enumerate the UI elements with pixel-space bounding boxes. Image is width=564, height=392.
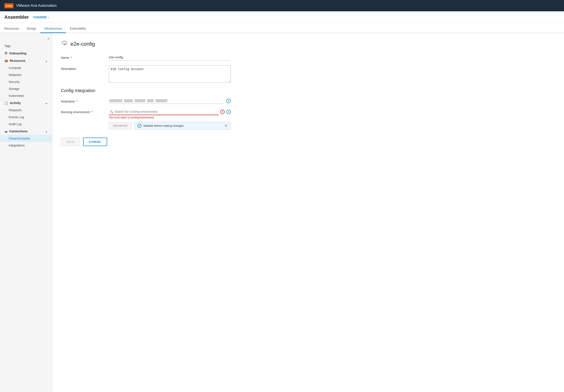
running-env-search-wrap: 🔍 [109, 109, 219, 115]
validate-notice-close-button[interactable]: ✕ [225, 124, 227, 128]
name-required-marker: * [70, 56, 72, 59]
name-input[interactable] [109, 54, 231, 60]
tab-navigation: Resources Design Infrastructure Extensib… [0, 23, 564, 33]
hostname-wrap: i [109, 98, 231, 104]
resources-chevron-icon: ⌄ [45, 59, 48, 62]
page-title: e2e-config [70, 41, 95, 47]
collapse-icon[interactable]: « [47, 37, 49, 41]
section-title: Config Integration [61, 88, 231, 93]
connections-label: Connections [9, 129, 28, 133]
onboarding-label: Onboarding [9, 52, 26, 55]
running-env-control: 🔍 ! i You must select a running environm… [109, 109, 231, 130]
form-section: Name * Description E2E Config Account Co… [61, 54, 231, 146]
sidebar-item-activity[interactable]: 📋 Activity ⌄ [0, 99, 52, 107]
vmw-logo: vmw [4, 3, 14, 8]
validate-button[interactable]: VALIDATE [109, 122, 132, 129]
hostname-required-marker: * [76, 100, 77, 103]
activity-chevron-icon: ⌄ [45, 101, 48, 105]
running-env-info-icon[interactable]: i [226, 110, 231, 114]
sidebar: « Tags ⏱ Onboarding 📦 Resources ⌄ Comput… [0, 33, 52, 392]
hostname-blur-1 [109, 99, 122, 102]
description-label: Description [61, 65, 109, 70]
sidebar-item-audit-log[interactable]: Audit Log [0, 121, 52, 127]
running-env-row: Running environment * 🔍 ! i You must sel… [61, 109, 231, 130]
running-env-error-msg: You must select a running environment. [109, 116, 231, 119]
chevron-down-icon: ⌄ [47, 16, 49, 19]
tags-label: Tags [4, 44, 11, 48]
validate-notice: i Validate before making changes. ✕ [134, 122, 231, 130]
content-area: e2e-config Name * Description E2E Conf [52, 33, 564, 392]
sidebar-collapse-btn[interactable]: « [0, 35, 52, 42]
onboarding-icon: ⏱ [4, 52, 7, 55]
top-bar: vmw VMware Aria Automation [0, 0, 564, 11]
sidebar-item-compute[interactable]: Compute [0, 64, 52, 71]
search-icon: 🔍 [110, 110, 113, 114]
sidebar-item-events-log[interactable]: Events Log [0, 114, 52, 121]
running-env-error-icon: ! [220, 110, 225, 114]
hostname-label: Hostname * [61, 98, 109, 103]
sidebar-item-storage[interactable]: Storage [0, 85, 52, 92]
validate-notice-text: Validate before making changes. [143, 124, 184, 127]
sidebar-item-security[interactable]: Security [0, 78, 52, 85]
description-row: Description E2E Config Account [61, 65, 231, 83]
sidebar-item-cloud-accounts[interactable]: Cloud Accounts [0, 135, 52, 142]
sidebar-item-integrations[interactable]: Integrations [0, 142, 52, 149]
running-env-search-input[interactable] [109, 109, 219, 115]
hostname-blur-4 [147, 99, 154, 102]
resources-label: Resources [10, 59, 26, 62]
validate-notice-info-icon: i [138, 124, 141, 128]
tab-extensibility[interactable]: Extensibility [66, 25, 90, 33]
tab-design[interactable]: Design [23, 25, 40, 33]
running-env-label: Running environment * [61, 109, 109, 114]
action-row: SAVE CANCEL [61, 138, 231, 146]
app-title: VMware Aria Automation [16, 3, 56, 8]
description-control: E2E Config Account [109, 65, 231, 83]
tab-resources[interactable]: Resources [4, 25, 23, 33]
activity-label: Activity [10, 101, 21, 105]
activity-icon: 📋 [4, 101, 8, 105]
running-env-wrap: 🔍 ! i [109, 109, 231, 115]
hostname-row: Hostname * i [61, 98, 231, 104]
save-button[interactable]: SAVE [61, 138, 80, 146]
validate-row: VALIDATE i Validate before making change… [109, 122, 231, 130]
sidebar-item-requests[interactable]: Requests [0, 107, 52, 114]
sidebar-item-tags[interactable]: Tags [0, 42, 52, 50]
sub-header: Assembler CHANGE ⌄ [0, 11, 564, 23]
page-heading: e2e-config [61, 40, 555, 48]
tab-infrastructure[interactable]: Infrastructure [40, 25, 66, 33]
hostname-info-icon[interactable]: i [226, 99, 231, 103]
cloud-config-icon [61, 40, 68, 48]
hostname-control: i [109, 98, 231, 104]
hostname-blur-3 [135, 99, 145, 102]
hostname-blur-2 [124, 99, 133, 102]
cancel-button[interactable]: CANCEL [83, 138, 107, 146]
sidebar-item-resources[interactable]: 📦 Resources ⌄ [0, 57, 52, 64]
name-label: Name * [61, 54, 109, 59]
connections-icon: ☁ [4, 129, 7, 133]
change-button[interactable]: CHANGE ⌄ [33, 15, 50, 19]
sidebar-item-onboarding[interactable]: ⏱ Onboarding [0, 50, 52, 57]
resources-icon: 📦 [4, 59, 8, 62]
main-layout: « Tags ⏱ Onboarding 📦 Resources ⌄ Comput… [0, 33, 564, 392]
running-env-required-marker: * [91, 110, 93, 114]
hostname-value-display [109, 98, 224, 104]
description-textarea[interactable]: E2E Config Account [109, 65, 231, 83]
assembler-label: Assembler [4, 14, 29, 20]
connections-chevron-icon: ⌄ [45, 129, 48, 133]
sidebar-item-kubernetes[interactable]: Kubernetes [0, 92, 52, 99]
name-row: Name * [61, 54, 231, 60]
sidebar-item-connections[interactable]: ☁ Connections ⌄ [0, 127, 52, 135]
sidebar-item-networks[interactable]: Networks [0, 71, 52, 78]
hostname-blur-5 [155, 99, 167, 102]
name-control [109, 54, 231, 60]
tab-nav-inner: Resources Design Infrastructure Extensib… [4, 25, 90, 33]
